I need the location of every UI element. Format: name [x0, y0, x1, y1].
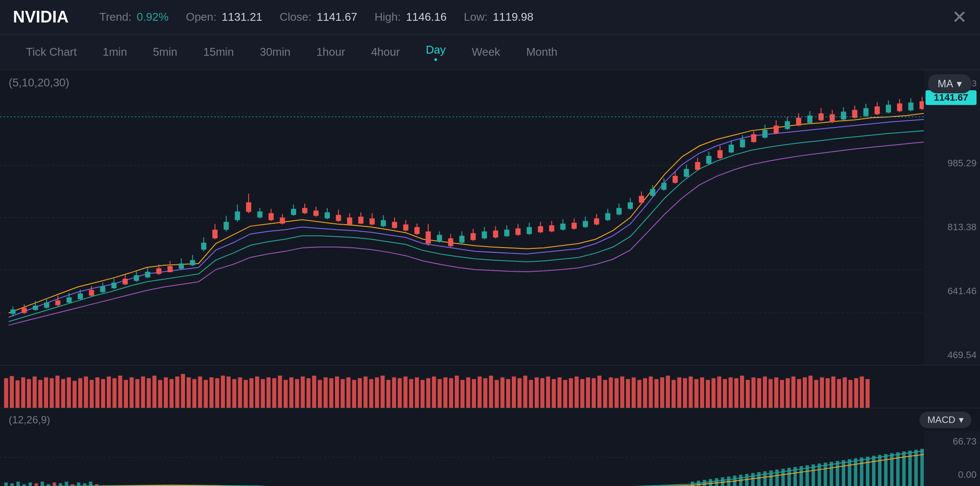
- svg-rect-212: [244, 380, 248, 408]
- svg-rect-216: [266, 378, 270, 408]
- svg-rect-44: [223, 222, 229, 230]
- svg-rect-332: [47, 484, 50, 486]
- svg-rect-136: [740, 140, 745, 147]
- macd-high: 66.73: [927, 436, 977, 447]
- svg-rect-152: [830, 114, 835, 122]
- svg-rect-26: [123, 279, 128, 284]
- svg-rect-184: [84, 377, 88, 408]
- timeframe-month[interactable]: Month: [513, 42, 570, 62]
- svg-rect-187: [101, 379, 105, 408]
- svg-rect-130: [706, 156, 712, 164]
- svg-rect-114: [616, 208, 622, 214]
- svg-rect-306: [780, 380, 784, 408]
- svg-rect-396: [866, 457, 869, 486]
- svg-rect-46: [235, 211, 240, 220]
- svg-rect-319: [854, 378, 858, 408]
- svg-rect-285: [660, 378, 664, 408]
- svg-rect-90: [482, 232, 487, 238]
- svg-rect-214: [255, 377, 259, 408]
- close-button[interactable]: ✕: [952, 8, 967, 26]
- svg-rect-317: [843, 378, 846, 408]
- svg-rect-110: [594, 219, 599, 225]
- svg-rect-24: [112, 283, 117, 288]
- svg-rect-303: [763, 377, 767, 408]
- svg-rect-192: [130, 378, 134, 408]
- svg-rect-62: [325, 212, 330, 218]
- svg-rect-164: [897, 103, 902, 111]
- timeframe-5min[interactable]: 5min: [140, 42, 190, 62]
- macd-button[interactable]: MACD ▾: [919, 412, 971, 428]
- svg-rect-188: [107, 377, 111, 408]
- svg-rect-201: [181, 374, 185, 408]
- svg-rect-98: [527, 227, 532, 234]
- ma-chevron-icon: ▾: [957, 78, 962, 90]
- svg-rect-80: [426, 232, 431, 244]
- timeframe-tick[interactable]: Tick Chart: [13, 42, 90, 62]
- svg-rect-308: [792, 377, 795, 408]
- svg-rect-72: [381, 220, 386, 226]
- svg-rect-56: [291, 209, 296, 215]
- svg-rect-78: [415, 227, 420, 234]
- low-group: Low: 1119.98: [464, 10, 533, 24]
- svg-rect-225: [318, 380, 322, 408]
- candlestick-chart: [0, 70, 924, 365]
- svg-rect-32: [156, 268, 161, 274]
- timeframe-15min[interactable]: 15min: [190, 42, 247, 62]
- svg-rect-210: [232, 379, 236, 408]
- price-axis: 1157.93 1141.67 985.29 813.38 641.46 469…: [924, 70, 980, 365]
- svg-rect-250: [460, 380, 464, 408]
- svg-rect-397: [872, 456, 875, 486]
- svg-rect-378: [757, 472, 761, 486]
- svg-rect-198: [164, 378, 168, 408]
- svg-rect-379: [763, 471, 767, 486]
- svg-rect-294: [712, 378, 715, 408]
- timeframe-1hour[interactable]: 1hour: [303, 42, 358, 62]
- svg-rect-259: [512, 377, 516, 408]
- timeframe-day[interactable]: Day: [413, 40, 459, 64]
- indicator-header: (12,26,9) MACD ▾: [0, 408, 980, 432]
- svg-rect-244: [426, 378, 430, 408]
- svg-rect-219: [284, 380, 287, 408]
- ma-button[interactable]: MA ▾: [928, 74, 971, 93]
- svg-rect-309: [797, 379, 801, 408]
- svg-rect-8: [22, 308, 27, 313]
- svg-rect-389: [824, 463, 827, 486]
- timeframe-bar: Tick Chart1min5min15min30min1hour4hourDa…: [0, 35, 980, 70]
- svg-rect-280: [632, 378, 635, 408]
- svg-rect-172: [16, 380, 19, 408]
- svg-rect-64: [336, 215, 341, 221]
- svg-rect-315: [831, 377, 835, 408]
- svg-rect-253: [478, 377, 482, 408]
- low-label: Low:: [464, 10, 488, 24]
- svg-rect-42: [212, 230, 217, 238]
- timeframe-30min[interactable]: 30min: [247, 42, 303, 62]
- svg-rect-258: [506, 379, 510, 408]
- svg-rect-254: [483, 378, 487, 408]
- svg-rect-168: [919, 101, 924, 109]
- svg-rect-221: [295, 379, 299, 408]
- svg-rect-197: [158, 380, 162, 408]
- timeframe-week[interactable]: Week: [459, 42, 513, 62]
- svg-rect-191: [124, 380, 128, 408]
- svg-rect-370: [709, 479, 712, 486]
- svg-rect-305: [774, 378, 778, 408]
- svg-rect-240: [403, 377, 407, 408]
- svg-rect-185: [89, 380, 93, 408]
- svg-rect-287: [671, 380, 675, 408]
- svg-rect-312: [814, 380, 818, 408]
- macd-canvas: 66.73 0.00 -30.83: [0, 432, 980, 486]
- timeframe-1min[interactable]: 1min: [90, 42, 140, 62]
- timeframe-4hour[interactable]: 4hour: [358, 42, 413, 62]
- svg-rect-12: [44, 302, 49, 308]
- svg-rect-372: [721, 477, 725, 486]
- svg-rect-22: [100, 286, 105, 292]
- svg-rect-120: [650, 189, 655, 196]
- main-chart-canvas[interactable]: [0, 70, 924, 365]
- svg-rect-307: [785, 378, 789, 408]
- ma-params-label: (5,10,20,30): [9, 76, 69, 89]
- svg-rect-274: [597, 376, 601, 408]
- svg-rect-271: [580, 379, 584, 408]
- svg-rect-226: [323, 378, 327, 408]
- svg-rect-261: [523, 376, 527, 408]
- svg-rect-290: [689, 377, 693, 408]
